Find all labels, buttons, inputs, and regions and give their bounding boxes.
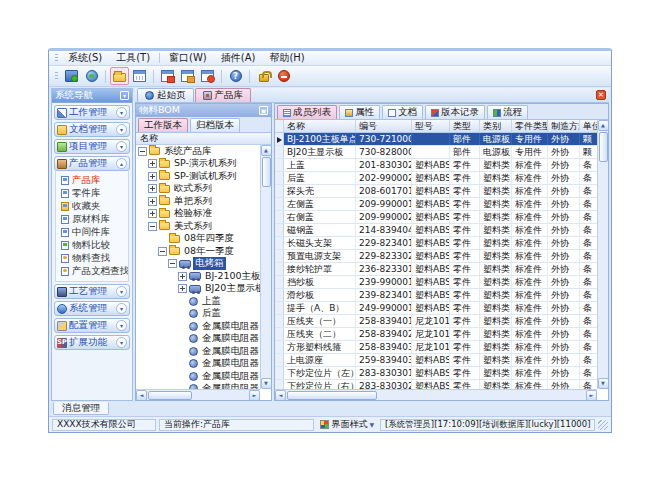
scroll-up-icon[interactable]: ▲ — [261, 145, 272, 156]
sidebar-group-header-1[interactable]: 文档管理▾ — [54, 122, 130, 137]
table-row-7[interactable]: 磁钢盖214-839404-01X塑料ABS零件塑料类标准件外协条 — [275, 224, 608, 237]
scroll-down-icon[interactable]: ▼ — [598, 378, 609, 389]
member-tab-3[interactable]: 版本记录 — [425, 105, 485, 119]
scroll-left-icon[interactable]: ◄ — [275, 390, 286, 401]
sidebar-group-header-3[interactable]: 产品管理▴ — [54, 156, 130, 171]
expand-icon[interactable] — [148, 197, 157, 206]
menu-item-2[interactable]: 窗口(W) — [162, 51, 214, 65]
scroll-up-icon[interactable]: ▲ — [598, 120, 609, 131]
tree-item-8[interactable]: 08年一季度 — [136, 245, 260, 258]
toolbar-button-globe-icon[interactable] — [82, 67, 101, 85]
tree-item-6[interactable]: 美式系列 — [136, 220, 260, 233]
sidebar-item-2[interactable]: 收藏夹 — [61, 200, 128, 213]
table-row-13[interactable]: 提手（A、B）249-990001-01X塑料ABS零件塑料类标准件外协条 — [275, 302, 608, 315]
pin-icon[interactable]: ▣ — [259, 106, 268, 115]
scroll-left-icon[interactable]: ◄ — [136, 390, 147, 401]
bom-tab-0[interactable]: 工作版本 — [138, 118, 188, 132]
tree-horizontal-scrollbar[interactable]: ◄ ► — [136, 389, 260, 400]
chevron-down-icon[interactable]: ▾ — [116, 303, 127, 314]
table-row-8[interactable]: 长磁头支架229-823401-00X塑料ABS零件塑料类标准件外协条 — [275, 237, 608, 250]
tree-vscroll-thumb[interactable] — [262, 157, 271, 187]
collapse-icon[interactable] — [168, 259, 177, 268]
column-header-3[interactable]: 类型 — [450, 120, 480, 132]
column-header-6[interactable]: 制造方式 — [548, 120, 580, 132]
member-tab-4[interactable]: 流程 — [487, 105, 528, 119]
table-row-4[interactable]: 探头壳208-601701-01X塑料ABS零件塑料类标准件外协条 — [275, 185, 608, 198]
expand-icon[interactable] — [178, 284, 187, 293]
toolbar-button-window-mail-icon[interactable] — [158, 67, 177, 85]
column-header-4[interactable]: 类别 — [480, 120, 512, 132]
table-row-19[interactable]: 下纱定位片（右）283-830302-00X塑料ABS零件塑料类标准件外协条 — [275, 380, 608, 389]
sidebar-group-header-2[interactable]: 项目管理▾ — [54, 139, 130, 154]
interface-style-picker[interactable]: 界面样式 ▼ — [317, 418, 377, 431]
tree-item-1[interactable]: SP-演示机系列 — [136, 158, 260, 171]
sidebar-group-header-0[interactable]: 工作管理▾ — [54, 105, 130, 120]
sidebar-item-4[interactable]: 中间件库 — [61, 226, 128, 239]
chevron-down-icon[interactable]: ▾ — [116, 320, 127, 331]
menu-item-4[interactable]: 帮助(H) — [262, 51, 311, 65]
table-row-3[interactable]: 后盖202-990002-01X塑料ABS零件塑料类标准件外协条 — [275, 172, 608, 185]
collapse-icon[interactable] — [158, 247, 167, 256]
scroll-down-icon[interactable]: ▼ — [261, 378, 272, 389]
expand-icon[interactable] — [178, 272, 187, 281]
table-row-0[interactable]: BJ-2100主板单点730-721000-12X部件电源板专用件外协颗 — [275, 133, 608, 146]
table-row-15[interactable]: 压线夹（二）258-839402-00X尼龙1010零件塑料类标准件外协条 — [275, 328, 608, 341]
tab-message-manage[interactable]: 消息管理 — [53, 402, 109, 415]
column-header-1[interactable]: 编号 — [356, 120, 412, 132]
sidebar-item-1[interactable]: 零件库 — [61, 187, 128, 200]
sidebar-group-header-4[interactable]: 工艺管理▾ — [54, 284, 130, 299]
sidebar-item-7[interactable]: 产品文档查找 — [61, 265, 128, 278]
menubar-grip[interactable] — [55, 54, 58, 63]
bom-tab-1[interactable]: 归档版本 — [190, 118, 240, 132]
tree-item-18[interactable]: 金属膜电阻器 — [136, 370, 260, 383]
menu-item-1[interactable]: 工具(T) — [109, 51, 157, 65]
column-header-0[interactable]: 名称 — [284, 120, 356, 132]
scroll-right-icon[interactable]: ► — [249, 390, 260, 401]
tree-item-14[interactable]: 金属膜电阻器 — [136, 320, 260, 333]
column-header-5[interactable]: 零件类型 — [512, 120, 548, 132]
grid-hscroll-thumb[interactable] — [287, 391, 377, 400]
chevron-down-icon[interactable]: ▾ — [116, 286, 127, 297]
toolbar-button-help-icon[interactable] — [226, 67, 245, 85]
expand-icon[interactable] — [148, 184, 157, 193]
sidebar-item-3[interactable]: 原材料库 — [61, 213, 128, 226]
member-tab-1[interactable]: 属性 — [339, 105, 380, 119]
table-row-17[interactable]: 上电源座259-839403-00X塑料ABS零件塑料类标准件外协条 — [275, 354, 608, 367]
tree-item-5[interactable]: 检验标准 — [136, 208, 260, 221]
menu-item-0[interactable]: 系统(S) — [61, 51, 109, 65]
toolbar-button-lock-icon[interactable] — [254, 67, 273, 85]
tree-item-4[interactable]: 单把系列 — [136, 195, 260, 208]
table-row-12[interactable]: 滑纱板239-823401-00X塑料ABS零件塑料类标准件外协条 — [275, 289, 608, 302]
expand-icon[interactable] — [148, 209, 157, 218]
tree-item-12[interactable]: 上盖 — [136, 295, 260, 308]
grid-vertical-scrollbar[interactable]: ▲ ▼ — [597, 120, 608, 389]
tree-item-16[interactable]: 金属膜电阻器 — [136, 345, 260, 358]
table-row-10[interactable]: 接纱轮护罩236-823301-00X塑料ABS零件塑料类标准件外协条 — [275, 263, 608, 276]
grid-horizontal-scrollbar[interactable]: ◄ ► — [275, 389, 597, 400]
chevron-down-icon[interactable]: ▾ — [116, 141, 127, 152]
table-row-2[interactable]: 上盖201-830302-00X塑料ABS零件塑料类标准件外协条 — [275, 159, 608, 172]
tree-item-13[interactable]: 后盖 — [136, 308, 260, 321]
table-row-6[interactable]: 右侧盖209-990002-01X塑料ABS零件塑料类标准件外协条 — [275, 211, 608, 224]
chevron-down-icon[interactable]: ▾ — [116, 124, 127, 135]
tree-item-3[interactable]: 欧式系列 — [136, 183, 260, 196]
sidebar-group-header-7[interactable]: SP扩展功能▾ — [54, 335, 130, 350]
collapse-icon[interactable] — [148, 222, 157, 231]
chevron-up-icon[interactable]: ▴ — [116, 158, 127, 169]
tree-vertical-scrollbar[interactable]: ▲ ▼ — [260, 145, 271, 389]
chevron-down-icon[interactable]: ▾ — [116, 337, 127, 348]
tree-item-9[interactable]: 电烤箱 — [136, 258, 260, 271]
sidebar-item-5[interactable]: 物料比较 — [61, 239, 128, 252]
member-tab-0[interactable]: 成员列表 — [277, 105, 337, 119]
table-row-11[interactable]: 挡纱板239-990001-01X塑料ABS零件塑料类标准件外协条 — [275, 276, 608, 289]
tree-item-7[interactable]: 08年四季度 — [136, 233, 260, 246]
doc-tab-0[interactable]: 起始页 — [137, 88, 194, 102]
tree-item-0[interactable]: 系统产品库 — [136, 145, 260, 158]
menu-item-3[interactable]: 插件(A) — [214, 51, 263, 65]
table-row-1[interactable]: BJ20主显示板730-828000-04X部件电源板专用件外协颗 — [275, 146, 608, 159]
grid-vscroll-thumb[interactable] — [599, 132, 608, 162]
expand-icon[interactable] — [148, 172, 157, 181]
table-row-9[interactable]: 预置电源支架229-823302-00X塑料ABS零件塑料类标准件外协条 — [275, 250, 608, 263]
toolbar-button-exit-icon[interactable] — [274, 67, 293, 85]
tree-hscroll-thumb[interactable] — [148, 391, 192, 400]
